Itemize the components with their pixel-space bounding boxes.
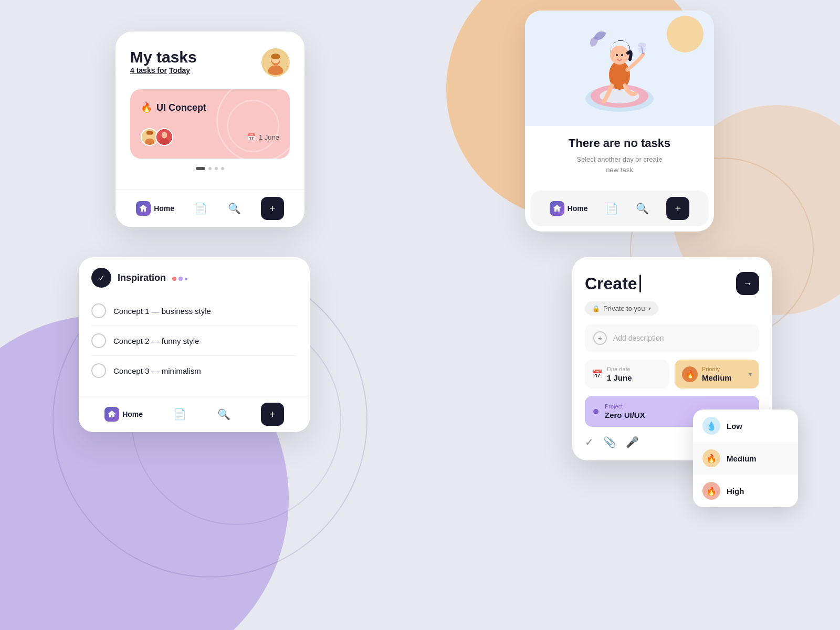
svg-point-4 bbox=[271, 54, 280, 59]
task-card-pink[interactable]: 🔥 UI Concept bbox=[130, 89, 290, 159]
inspiration-panel: ✓ Inspiration Concept 1 — business style… bbox=[79, 257, 310, 432]
notasks-illustration bbox=[525, 10, 714, 126]
notasks-title: There are no tasks bbox=[538, 136, 701, 150]
home-nav-item[interactable]: Home bbox=[136, 201, 174, 216]
inspiration-home-label: Home bbox=[122, 410, 143, 418]
due-date-value: 1 June bbox=[607, 373, 632, 382]
inspiration-tasks-icon[interactable]: 📄 bbox=[173, 408, 186, 421]
svg-point-2 bbox=[268, 65, 283, 76]
due-date-text: Due date 1 June bbox=[607, 366, 632, 382]
pagination-dots bbox=[130, 167, 290, 170]
svg-point-7 bbox=[145, 139, 154, 146]
tasks-title: My tasks bbox=[130, 48, 197, 66]
concept-checkbox-2[interactable] bbox=[91, 333, 106, 348]
notasks-tasks-icon[interactable]: 📄 bbox=[605, 202, 618, 215]
inspiration-header: ✓ Inspiration bbox=[79, 257, 310, 296]
illustration-figure bbox=[578, 17, 662, 119]
concept-checkbox-3[interactable] bbox=[91, 363, 106, 378]
notasks-home-label: Home bbox=[568, 204, 588, 213]
inspiration-bottom-nav: Home 📄 🔍 + bbox=[79, 396, 310, 432]
priority-inner: 🔥 Priority Medium bbox=[682, 366, 732, 382]
check-button[interactable]: ✓ bbox=[91, 268, 111, 288]
dot-1[interactable] bbox=[196, 167, 205, 170]
notasks-phone: There are no tasks Select another day or… bbox=[525, 10, 714, 232]
priority-text: Priority Medium bbox=[702, 366, 732, 382]
svg-point-19 bbox=[616, 54, 618, 56]
fire-icon: 🔥 bbox=[141, 102, 152, 113]
high-priority-label: High bbox=[727, 487, 744, 496]
priority-option-high[interactable]: 🔥 High bbox=[693, 475, 798, 507]
concept-text-3: Concept 3 — minimalism bbox=[113, 366, 201, 375]
inspiration-title: Inspiration bbox=[118, 272, 166, 283]
dot-2[interactable] bbox=[208, 167, 212, 170]
mic-action-icon[interactable]: 🎤 bbox=[626, 436, 639, 448]
assignee-avatar-2 bbox=[155, 128, 173, 146]
search-nav-icon[interactable]: 🔍 bbox=[228, 202, 241, 215]
priority-value: Medium bbox=[702, 373, 732, 382]
due-date-box[interactable]: 📅 Due date 1 June bbox=[585, 360, 669, 388]
canvas: My tasks 4 tasks for Today bbox=[0, 0, 840, 630]
submit-button[interactable]: → bbox=[736, 272, 759, 295]
tasks-header: My tasks 4 tasks for Today bbox=[130, 48, 290, 85]
priority-dropdown: 💧 Low 🔥 Medium 🔥 High bbox=[693, 410, 798, 507]
low-priority-icon: 💧 bbox=[702, 417, 720, 435]
inspiration-title-wrap: Inspiration bbox=[118, 272, 187, 284]
card-bg-circle2 bbox=[227, 100, 279, 152]
privacy-badge[interactable]: 🔒 Private to you ▾ bbox=[585, 301, 658, 316]
svg-point-11 bbox=[160, 139, 169, 146]
inspiration-search-icon[interactable]: 🔍 bbox=[217, 408, 230, 421]
avatar[interactable] bbox=[261, 48, 290, 77]
text-cursor bbox=[639, 275, 641, 292]
inspiration-home-icon bbox=[104, 407, 119, 422]
action-icons: ✓ 📎 🎤 bbox=[585, 436, 639, 448]
tasks-bottom-nav: Home 📄 🔍 + bbox=[116, 189, 304, 227]
create-title: Create bbox=[585, 274, 641, 293]
home-nav-icon bbox=[136, 201, 151, 216]
notasks-home-nav[interactable]: Home bbox=[550, 201, 588, 216]
add-description-row[interactable]: + Add description bbox=[585, 324, 759, 352]
svg-point-18 bbox=[610, 46, 629, 65]
project-value: Zero UI/UX bbox=[605, 411, 645, 419]
priority-option-low[interactable]: 💧 Low bbox=[693, 410, 798, 442]
concept-item-2[interactable]: Concept 2 — funny style bbox=[91, 326, 297, 356]
project-label: Project bbox=[605, 403, 645, 410]
checkmark-action-icon[interactable]: ✓ bbox=[585, 436, 594, 448]
inspiration-home-nav[interactable]: Home bbox=[104, 407, 143, 422]
calendar-icon: 📅 bbox=[247, 133, 256, 141]
due-date-inner: 📅 Due date 1 June bbox=[592, 366, 662, 382]
notasks-add-button[interactable]: + bbox=[666, 197, 689, 220]
tasks-nav-icon[interactable]: 📄 bbox=[194, 202, 207, 215]
plus-icon: + bbox=[593, 331, 607, 345]
notasks-content: There are no tasks Select another day or… bbox=[525, 126, 714, 185]
add-task-button[interactable]: + bbox=[261, 197, 284, 220]
notasks-bottom-nav: Home 📄 🔍 + bbox=[530, 191, 709, 226]
concept-text-2: Concept 2 — funny style bbox=[113, 337, 199, 345]
priority-box[interactable]: 🔥 Priority Medium ▾ bbox=[675, 360, 759, 388]
medium-priority-label: Medium bbox=[727, 454, 757, 463]
priority-option-medium[interactable]: 🔥 Medium bbox=[693, 442, 798, 475]
priority-chevron-icon: ▾ bbox=[749, 371, 752, 378]
calendar-icon: 📅 bbox=[592, 369, 603, 379]
due-date-label: Due date bbox=[607, 366, 632, 372]
concept-item-1[interactable]: Concept 1 — business style bbox=[91, 296, 297, 326]
priority-label: Priority bbox=[702, 366, 732, 372]
concept-item-3[interactable]: Concept 3 — minimalism bbox=[91, 356, 297, 385]
concept-checkbox-1[interactable] bbox=[91, 303, 106, 318]
svg-point-20 bbox=[621, 54, 623, 56]
project-dot bbox=[593, 409, 598, 414]
priority-fire-icon: 🔥 bbox=[682, 366, 698, 382]
low-priority-label: Low bbox=[727, 422, 742, 430]
high-priority-icon: 🔥 bbox=[702, 482, 720, 500]
avatar-group bbox=[141, 128, 170, 146]
tasks-phone: My tasks 4 tasks for Today bbox=[116, 32, 304, 227]
svg-point-10 bbox=[162, 132, 167, 138]
project-text: Project Zero UI/UX bbox=[605, 403, 645, 419]
notasks-search-icon[interactable]: 🔍 bbox=[636, 202, 649, 215]
svg-point-17 bbox=[638, 43, 646, 48]
attachment-action-icon[interactable]: 📎 bbox=[603, 436, 616, 448]
inspiration-add-button[interactable]: + bbox=[261, 403, 284, 426]
dot-3[interactable] bbox=[215, 167, 218, 170]
chevron-down-icon: ▾ bbox=[648, 306, 651, 311]
concept-text-1: Concept 1 — business style bbox=[113, 307, 211, 316]
dot-4[interactable] bbox=[221, 167, 224, 170]
